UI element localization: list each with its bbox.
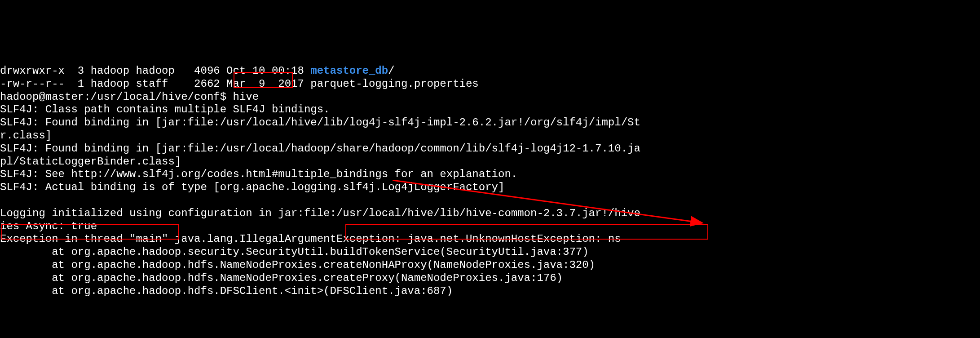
slf4j-line: SLF4J: See http://www.slf4j.org/codes.ht… [0, 168, 517, 180]
slf4j-line: SLF4J: Class path contains multiple SLF4… [0, 103, 330, 116]
stacktrace-line: at org.apache.hadoop.hdfs.NameNodeProxie… [0, 272, 563, 284]
ls-line-file: -rw-r--r-- 1 hadoop staff 2662 Mar 9 201… [0, 78, 479, 90]
prompt-line: hadoop@master:/usr/local/hive/conf$ hive [0, 91, 259, 103]
stacktrace-line: at org.apache.hadoop.hdfs.NameNodeProxie… [0, 259, 595, 271]
logging-line: ies Async: true [0, 220, 97, 232]
logging-line: Logging initialized using configuration … [0, 207, 640, 219]
directory-name: metastore_db [310, 65, 388, 77]
slf4j-line: SLF4J: Found binding in [jar:file:/usr/l… [0, 142, 640, 155]
exception-line: Exception in thread "main" java.lang.Ill… [0, 233, 621, 245]
slf4j-line: r.class] [0, 129, 52, 142]
slf4j-line: SLF4J: Actual binding is of type [org.ap… [0, 181, 504, 193]
command-entered: hive [233, 91, 259, 103]
shell-prompt: hadoop@master:/usr/local/hive/conf$ [0, 91, 233, 103]
slf4j-line: pl/StaticLoggerBinder.class] [0, 156, 181, 168]
terminal-output[interactable]: drwxrwxr-x 3 hadoop hadoop 4096 Oct 10 0… [0, 52, 980, 338]
slf4j-line: SLF4J: Found binding in [jar:file:/usr/l… [0, 116, 640, 129]
ls-line-dir: drwxrwxr-x 3 hadoop hadoop 4096 Oct 10 0… [0, 65, 395, 77]
stacktrace-line: at org.apache.hadoop.security.SecurityUt… [0, 246, 589, 258]
stacktrace-line: at org.apache.hadoop.hdfs.DFSClient.<ini… [0, 285, 453, 297]
